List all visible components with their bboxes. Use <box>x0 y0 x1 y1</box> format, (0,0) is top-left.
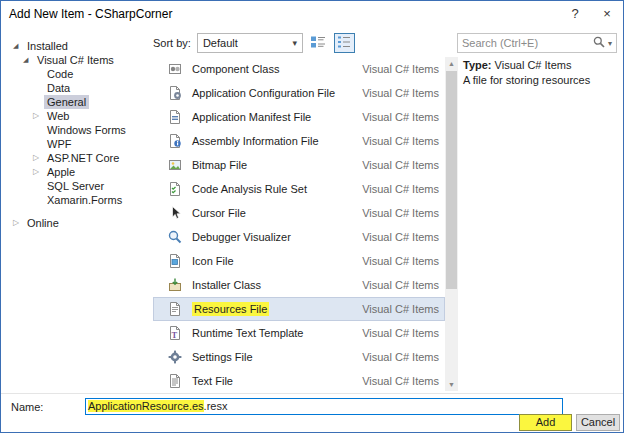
template-item-group: Visual C# Items <box>362 255 439 267</box>
cancel-button[interactable]: Cancel <box>576 414 620 431</box>
name-value-rest: .resx <box>204 400 228 412</box>
collapsed-icon[interactable]: ▷ <box>13 216 24 230</box>
medium-icons-view-button[interactable] <box>308 33 329 53</box>
template-item-group: Visual C# Items <box>362 303 439 315</box>
search-icon[interactable] <box>592 35 606 51</box>
component-class-icon <box>167 61 183 77</box>
assembly-information-icon <box>167 133 183 149</box>
tree-node-label: Web <box>44 109 72 123</box>
template-item-name: Application Configuration File <box>192 87 335 99</box>
template-item-name: Code Analysis Rule Set <box>192 183 307 195</box>
template-item-row[interactable]: Installer ClassVisual C# Items <box>153 273 445 297</box>
template-item-group: Visual C# Items <box>362 135 439 147</box>
template-item-row[interactable]: Settings FileVisual C# Items <box>153 345 445 369</box>
tree-node-installed[interactable]: ◢Installed <box>9 39 149 53</box>
medium-icons-view-icon <box>310 34 326 52</box>
tree-node-general[interactable]: General <box>9 95 149 109</box>
template-item-row[interactable]: Code Analysis Rule SetVisual C# Items <box>153 177 445 201</box>
template-item-row[interactable]: Icon FileVisual C# Items <box>153 249 445 273</box>
template-item-name: Runtime Text Template <box>192 327 303 339</box>
collapsed-icon[interactable]: ▷ <box>33 165 44 179</box>
add-button[interactable]: Add <box>519 414 572 431</box>
template-item-group: Visual C# Items <box>362 111 439 123</box>
template-item-row[interactable]: Component ClassVisual C# Items <box>153 57 445 81</box>
template-item-group: Visual C# Items <box>362 87 439 99</box>
template-item-name: Application Manifest File <box>192 111 311 123</box>
template-item-name: Settings File <box>192 351 253 363</box>
name-input[interactable]: ApplicationResource.es.resx <box>85 398 563 415</box>
list-scrollbar[interactable]: ▲ ▼ <box>445 57 458 391</box>
template-item-group: Visual C# Items <box>362 351 439 363</box>
tree-node-xamarin-forms[interactable]: Xamarin.Forms <box>9 193 149 207</box>
small-icons-view-icon <box>336 34 352 52</box>
footer-divider <box>1 393 623 394</box>
scroll-down-icon[interactable]: ▼ <box>445 378 458 391</box>
template-item-row[interactable]: Resources FileVisual C# Items <box>153 297 445 321</box>
scroll-up-icon[interactable]: ▲ <box>445 57 458 70</box>
code-analysis-rule-set-icon <box>167 181 183 197</box>
template-item-group: Visual C# Items <box>362 279 439 291</box>
collapsed-icon[interactable]: ▷ <box>33 109 44 123</box>
resources-file-icon <box>167 301 183 317</box>
tree-node-label: General <box>44 95 89 109</box>
tree-node-wpf[interactable]: WPF <box>9 137 149 151</box>
name-label: Name: <box>11 401 43 413</box>
template-item-row[interactable]: Cursor FileVisual C# Items <box>153 201 445 225</box>
collapsed-icon[interactable]: ▷ <box>33 151 44 165</box>
text-file-icon <box>167 373 183 389</box>
chevron-down-icon: ▾ <box>292 38 297 48</box>
template-item-row[interactable]: Text FileVisual C# Items <box>153 369 445 391</box>
tree-node-sql-server[interactable]: SQL Server <box>9 179 149 193</box>
tree-node-apple[interactable]: ▷Apple <box>9 165 149 179</box>
bitmap-file-icon <box>167 157 183 173</box>
close-button[interactable]: × <box>591 1 623 27</box>
tree-node-data[interactable]: Data <box>9 81 149 95</box>
tree-node-code[interactable]: Code <box>9 67 149 81</box>
search-input[interactable]: Search (Ctrl+E) <box>462 37 592 49</box>
template-item-row[interactable]: Bitmap FileVisual C# Items <box>153 153 445 177</box>
tree-node-label: Windows Forms <box>44 123 129 137</box>
cursor-file-icon <box>167 205 183 221</box>
template-item-group: Visual C# Items <box>362 375 439 387</box>
template-item-name: Debugger Visualizer <box>192 231 291 243</box>
search-dropdown-icon[interactable]: ▾ <box>608 39 612 48</box>
tree-node-web[interactable]: ▷Web <box>9 109 149 123</box>
template-item-name: Bitmap File <box>192 159 247 171</box>
template-item-name: Cursor File <box>192 207 246 219</box>
debugger-visualizer-icon <box>167 229 183 245</box>
titlebar[interactable]: Add New Item - CSharpCorner ? × <box>1 1 623 27</box>
tree-node-label: WPF <box>44 137 74 151</box>
template-item-name: Icon File <box>192 255 234 267</box>
template-item-name: Assembly Information File <box>192 135 319 147</box>
expanded-icon[interactable]: ◢ <box>13 39 24 53</box>
tree-node-label: SQL Server <box>44 179 107 193</box>
scrollbar-thumb[interactable] <box>446 71 457 289</box>
application-config-icon <box>167 85 183 101</box>
tree-node-label: Code <box>44 67 76 81</box>
tree-node-asp-net-core[interactable]: ▷ASP.NET Core <box>9 151 149 165</box>
template-item-row[interactable]: TRuntime Text TemplateVisual C# Items <box>153 321 445 345</box>
tree-node-windows-forms[interactable]: Windows Forms <box>9 123 149 137</box>
tree-node-label: Data <box>44 81 73 95</box>
runtime-text-template-icon: T <box>167 325 183 341</box>
sort-by-value: Default <box>203 37 238 49</box>
category-tree: ◢Installed◢Visual C# ItemsCodeDataGenera… <box>9 39 149 388</box>
sort-by-dropdown[interactable]: Default ▾ <box>197 33 303 53</box>
search-box[interactable]: Search (Ctrl+E) ▾ <box>457 33 617 53</box>
help-button[interactable]: ? <box>559 1 591 27</box>
template-item-row[interactable]: Assembly Information FileVisual C# Items <box>153 129 445 153</box>
type-value: Visual C# Items <box>495 59 572 71</box>
tree-node-label: Installed <box>24 39 71 53</box>
template-item-row[interactable]: Application Manifest FileVisual C# Items <box>153 105 445 129</box>
tree-node-online[interactable]: ▷Online <box>9 216 149 230</box>
small-icons-view-button[interactable] <box>334 33 355 53</box>
template-item-name: Resources File <box>192 302 269 316</box>
tree-node-visual-c-items[interactable]: ◢Visual C# Items <box>9 53 149 67</box>
template-item-row[interactable]: Debugger VisualizerVisual C# Items <box>153 225 445 249</box>
template-item-name: Text File <box>192 375 233 387</box>
template-item-row[interactable]: Application Configuration FileVisual C# … <box>153 81 445 105</box>
template-item-group: Visual C# Items <box>362 207 439 219</box>
svg-text:T: T <box>172 330 178 340</box>
expanded-icon[interactable]: ◢ <box>23 53 34 67</box>
template-item-group: Visual C# Items <box>362 327 439 339</box>
